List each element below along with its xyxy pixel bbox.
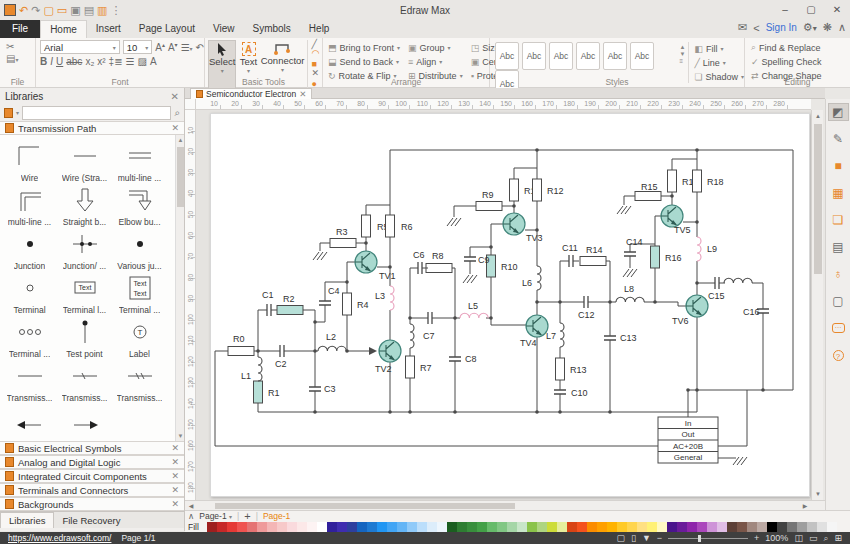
palette-swatch[interactable] <box>487 522 497 532</box>
open-icon[interactable]: ▭ <box>57 3 67 17</box>
save-icon[interactable]: ▣ <box>70 3 80 17</box>
library-item-elbow-bu[interactable]: Elbow bu... <box>112 183 167 227</box>
theme-icon[interactable]: ◩ <box>828 103 849 121</box>
library-item[interactable] <box>57 403 112 441</box>
library-item-multi-line[interactable]: multi-line ... <box>112 139 167 183</box>
palette-swatch[interactable] <box>817 522 827 532</box>
menu-tab-insert[interactable]: Insert <box>87 20 130 38</box>
underline-icon[interactable]: U <box>56 56 63 67</box>
bullets-icon[interactable]: ☰ <box>126 56 135 67</box>
palette-swatch[interactable] <box>807 522 817 532</box>
pen-style-icon[interactable]: ✎ <box>828 130 849 148</box>
comment-icon[interactable]: ⋯ <box>828 319 849 337</box>
clear-format-icon[interactable]: ↶ <box>196 42 204 53</box>
library-section-basic-electrical-symbols[interactable]: Basic Electrical Symbols✕ <box>0 441 184 455</box>
library-section-integrated-circuit-components[interactable]: Integrated Circuit Components✕ <box>0 469 184 483</box>
palette-swatch[interactable] <box>687 522 697 532</box>
library-section-analog-and-digital-logic[interactable]: Analog and Digital Logic✕ <box>0 455 184 469</box>
palette-swatch[interactable] <box>247 522 257 532</box>
palette-swatch[interactable] <box>417 522 427 532</box>
palette-swatch[interactable] <box>677 522 687 532</box>
palette-swatch[interactable] <box>757 522 767 532</box>
palette-swatch[interactable] <box>517 522 527 532</box>
grow-font-icon[interactable]: A▴ <box>155 41 165 53</box>
palette-swatch[interactable] <box>767 522 777 532</box>
vertical-scroll-thumb[interactable] <box>814 124 822 274</box>
zoom-in-icon[interactable]: + <box>754 533 759 543</box>
palette-swatch[interactable] <box>777 522 787 532</box>
palette-swatch[interactable] <box>387 522 397 532</box>
library-item-label[interactable]: TLabel <box>112 315 167 359</box>
library-item-terminal-l[interactable]: TextTerminal l... <box>57 271 112 315</box>
library-item-multi-line[interactable]: multi-line ... <box>2 183 57 227</box>
page-selector[interactable]: Page-1 ▾ <box>199 511 232 521</box>
panel-tab-file-recovery[interactable]: File Recovery <box>54 513 128 528</box>
palette-swatch[interactable] <box>607 522 617 532</box>
arrange-send-to-back[interactable]: ⬓Send to Back▾ <box>328 55 400 68</box>
palette-swatch[interactable] <box>237 522 247 532</box>
palette-swatch[interactable] <box>637 522 647 532</box>
arrange-align[interactable]: ≡Align▾ <box>408 55 463 68</box>
palette-swatch[interactable] <box>557 522 567 532</box>
font-color-icon[interactable]: A <box>150 56 157 67</box>
arrange-bring-to-front[interactable]: ⬒Bring to Front▾ <box>328 41 400 54</box>
style-swatch[interactable]: Abc <box>522 42 546 70</box>
section-close-icon[interactable]: ✕ <box>171 499 179 509</box>
palette-swatch[interactable] <box>457 522 467 532</box>
document-tab-close-icon[interactable]: ✕ <box>299 89 306 99</box>
shapes-icon[interactable]: ❏ <box>828 211 849 229</box>
section-close-icon[interactable]: ✕ <box>171 123 179 133</box>
library-item-transmiss[interactable]: Transmiss... <box>2 359 57 403</box>
pan-icon[interactable]: ▼ <box>642 533 651 543</box>
palette-swatch[interactable] <box>597 522 607 532</box>
section-close-icon[interactable]: ✕ <box>171 485 179 495</box>
palette-swatch[interactable] <box>207 522 217 532</box>
menu-tab-symbols[interactable]: Symbols <box>244 20 300 38</box>
palette-swatch[interactable] <box>527 522 537 532</box>
normal-view-icon[interactable]: ▢ <box>616 533 625 543</box>
style-swatch[interactable]: Abc <box>576 42 600 70</box>
palette-swatch[interactable] <box>707 522 717 532</box>
font-family-select[interactable]: Arial▾ <box>40 40 120 54</box>
style-gallery-scroll[interactable]: ▲▼≡ <box>678 42 688 64</box>
panel-tab-libraries[interactable]: Libraries <box>0 512 54 528</box>
library-home-icon[interactable] <box>4 108 13 118</box>
help-icon[interactable]: ? <box>828 346 849 364</box>
library-item-terminal[interactable]: Terminal <box>2 271 57 315</box>
fullscreen-view-icon[interactable]: ▯ <box>631 533 636 543</box>
palette-swatch[interactable] <box>547 522 557 532</box>
palette-swatch[interactable] <box>567 522 577 532</box>
palette-swatch[interactable] <box>657 522 667 532</box>
palette-swatch[interactable] <box>307 522 317 532</box>
palette-swatch[interactable] <box>477 522 487 532</box>
superscript-icon[interactable]: x² <box>97 56 105 67</box>
library-item-junction[interactable]: Junction <box>2 227 57 271</box>
library-item-straight-b[interactable]: Straight b... <box>57 183 112 227</box>
fill-color-icon[interactable]: ■ <box>828 157 849 175</box>
page-tab[interactable]: Page-1 <box>263 511 290 521</box>
palette-swatch[interactable] <box>437 522 447 532</box>
palette-swatch[interactable] <box>257 522 267 532</box>
style-swatch[interactable]: Abc <box>495 42 519 70</box>
library-item-wire[interactable]: Wire <box>2 139 57 183</box>
palette-swatch[interactable] <box>797 522 807 532</box>
horizontal-scrollbar[interactable]: ◀ ▶ <box>185 500 825 510</box>
fit-width-icon[interactable]: ▭ <box>809 533 818 543</box>
library-item-various-ju[interactable]: Various ju... <box>112 227 167 271</box>
palette-swatch[interactable] <box>397 522 407 532</box>
palette-swatch[interactable] <box>737 522 747 532</box>
palette-swatch[interactable] <box>537 522 547 532</box>
undo-icon[interactable]: ↶ <box>19 3 28 17</box>
palette-swatch[interactable] <box>377 522 387 532</box>
palette-swatch[interactable] <box>717 522 727 532</box>
zoom-level[interactable]: 100% <box>765 533 788 543</box>
palette-swatch[interactable] <box>647 522 657 532</box>
zoom-slider-knob[interactable] <box>698 535 701 542</box>
palette-swatch[interactable] <box>277 522 287 532</box>
collapse-ribbon-icon[interactable]: ∧ <box>838 21 846 34</box>
palette-swatch[interactable] <box>347 522 357 532</box>
palette-swatch[interactable] <box>367 522 377 532</box>
palette-swatch[interactable] <box>667 522 677 532</box>
palette-swatch[interactable] <box>747 522 757 532</box>
palette-swatch[interactable] <box>787 522 797 532</box>
